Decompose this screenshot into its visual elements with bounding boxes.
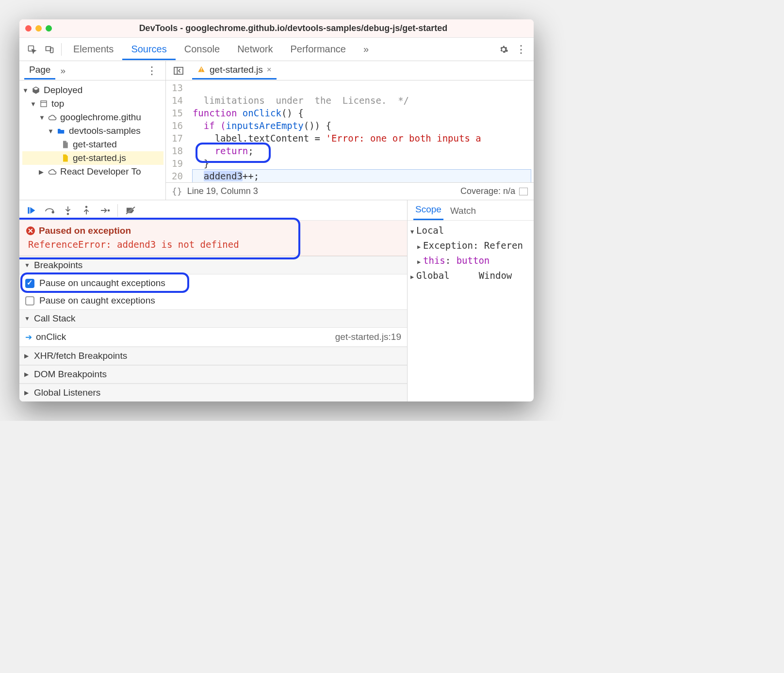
callstack-frame[interactable]: ➔ onClick get-started.js:19 — [19, 328, 407, 347]
file-tab[interactable]: get-started.js × — [192, 62, 277, 80]
tree-label: top — [51, 98, 64, 109]
debugger-sidebar: ✕ Paused on exception ReferenceError: ad… — [19, 200, 408, 401]
scope-exception[interactable]: ▶Exception: Referen — [410, 239, 531, 254]
tab-performance[interactable]: Performance — [282, 39, 355, 60]
section-label: Breakpoints — [34, 260, 82, 271]
coverage-label: Coverage: n/a — [460, 186, 515, 196]
frame-function: onClick — [36, 332, 66, 342]
tree-node-top[interactable]: ▼ top — [22, 97, 163, 111]
separator — [117, 204, 118, 217]
execution-line: addend3++; — [193, 170, 531, 182]
frame-location: get-started.js:19 — [335, 332, 401, 342]
resume-button[interactable] — [22, 203, 40, 218]
code-text: limitations under the License. */ — [193, 95, 409, 106]
svg-point-8 — [52, 211, 54, 213]
scope-tree: ▼Local ▶Exception: Referen ▶this: button… — [408, 221, 534, 287]
frame-icon — [39, 100, 49, 108]
navigator-overflow-icon[interactable]: » — [55, 63, 70, 79]
debugger-toolbar — [19, 200, 407, 221]
gutter: 131415161718192021 — [166, 80, 190, 182]
tab-elements[interactable]: Elements — [65, 39, 122, 60]
document-icon — [60, 140, 70, 149]
close-window-button[interactable] — [25, 25, 32, 32]
scope-value: : Referen — [473, 240, 523, 251]
cube-icon — [31, 86, 41, 95]
coverage-toggle-icon[interactable] — [519, 188, 528, 195]
deactivate-breakpoints-button[interactable] — [122, 203, 139, 218]
maximize-window-button[interactable] — [46, 25, 52, 32]
navigator-tabs: Page » ⋮ — [19, 61, 165, 80]
warning-icon — [197, 64, 206, 75]
code-text: } — [193, 158, 209, 169]
cloud-icon — [48, 114, 57, 121]
tabs-overflow-icon[interactable]: » — [355, 39, 377, 60]
scope-global[interactable]: ▶GlobalWindow — [410, 269, 531, 284]
option-pause-uncaught[interactable]: Pause on uncaught exceptions — [19, 274, 407, 292]
more-menu-icon[interactable]: ⋮ — [512, 41, 530, 58]
highlighted-token: addend3 — [204, 171, 243, 181]
option-label: Pause on uncaught exceptions — [39, 278, 165, 288]
step-over-button[interactable] — [41, 203, 58, 218]
scope-value: button — [457, 255, 490, 266]
section-breakpoints[interactable]: ▼Breakpoints — [19, 256, 407, 274]
tab-network[interactable]: Network — [229, 39, 281, 60]
close-tab-icon[interactable]: × — [267, 65, 272, 75]
tab-scope[interactable]: Scope — [413, 200, 443, 220]
editor-statusbar: {} Line 19, Column 3 Coverage: n/a — [166, 182, 534, 200]
option-pause-caught[interactable]: Pause on caught exceptions — [19, 292, 407, 309]
navigator-panel: Page » ⋮ ▼ Deployed ▼ to — [19, 61, 166, 200]
tree-file-js[interactable]: get-started.js — [22, 151, 163, 165]
window-title: DevTools - googlechrome.github.io/devtoo… — [59, 23, 528, 33]
scope-key: Exception — [423, 240, 473, 251]
section-label: XHR/fetch Breakpoints — [34, 351, 127, 361]
code-editor[interactable]: 131415161718192021 limitations under the… — [166, 80, 534, 182]
step-out-button[interactable] — [78, 203, 95, 218]
tree-file-html[interactable]: get-started — [22, 138, 163, 151]
section-callstack[interactable]: ▼Call Stack — [19, 309, 407, 328]
minimize-window-button[interactable] — [35, 25, 42, 32]
tree-node-folder[interactable]: ▼ devtools-samples — [22, 124, 163, 138]
svg-point-10 — [85, 206, 88, 208]
code-text: ; — [248, 145, 253, 156]
settings-icon[interactable] — [495, 41, 512, 58]
section-dom-breakpoints[interactable]: ▶DOM Breakpoints — [19, 365, 407, 384]
tree-node-origin[interactable]: ▼ googlechrome.githu — [22, 111, 163, 124]
step-into-button[interactable] — [59, 203, 77, 218]
tab-console[interactable]: Console — [176, 39, 229, 60]
scope-label: Local — [416, 225, 444, 236]
checkbox-checked[interactable] — [25, 279, 34, 288]
pretty-print-icon[interactable]: {} — [172, 186, 182, 196]
checkbox-unchecked[interactable] — [25, 296, 34, 305]
scope-local[interactable]: ▼Local — [410, 224, 531, 239]
cloud-icon — [48, 168, 57, 175]
tab-watch[interactable]: Watch — [448, 202, 478, 220]
option-label: Pause on caught exceptions — [39, 295, 155, 306]
sources-panel: Page » ⋮ ▼ Deployed ▼ to — [19, 61, 534, 200]
svg-rect-3 — [41, 101, 47, 107]
pause-banner-wrap: ✕ Paused on exception ReferenceError: ad… — [19, 221, 407, 256]
tree-label: React Developer To — [60, 166, 141, 177]
pause-title: Paused on exception — [39, 225, 131, 236]
separator — [61, 43, 62, 56]
code-text: 'Error: one or both inputs a — [326, 133, 481, 144]
code-area[interactable]: limitations under the License. */ functi… — [190, 80, 534, 182]
tab-sources[interactable]: Sources — [122, 39, 175, 60]
device-toggle-icon[interactable] — [41, 41, 58, 58]
navigator-more-icon[interactable]: ⋮ — [143, 62, 161, 80]
code-text: label.textContent = — [193, 133, 326, 144]
section-label: Global Listeners — [34, 387, 100, 398]
navigator-tab-page[interactable]: Page — [24, 62, 55, 80]
section-label: DOM Breakpoints — [34, 369, 107, 380]
cursor-position: Line 19, Column 3 — [187, 186, 258, 196]
section-xhr-breakpoints[interactable]: ▶XHR/fetch Breakpoints — [19, 347, 407, 365]
pause-banner: ✕ Paused on exception ReferenceError: ad… — [19, 221, 407, 256]
tree-node-deployed[interactable]: ▼ Deployed — [22, 83, 163, 97]
toggle-navigator-icon[interactable] — [170, 62, 187, 80]
debugger-panel: ✕ Paused on exception ReferenceError: ad… — [19, 200, 534, 401]
step-button[interactable] — [96, 203, 114, 218]
titlebar: DevTools - googlechrome.github.io/devtoo… — [19, 19, 534, 38]
scope-this[interactable]: ▶this: button — [410, 254, 531, 269]
section-global-listeners[interactable]: ▶Global Listeners — [19, 384, 407, 401]
tree-node-extension[interactable]: ▶ React Developer To — [22, 165, 163, 178]
inspect-element-icon[interactable] — [23, 41, 41, 58]
